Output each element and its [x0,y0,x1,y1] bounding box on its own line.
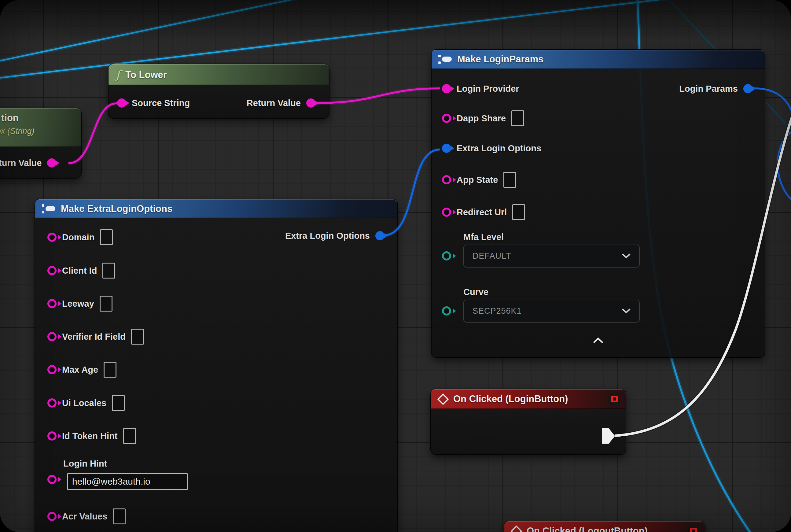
pin-label: Max Age [62,365,98,375]
chevron-down-icon [622,253,631,259]
pin-label: Id Token Hint [62,431,118,441]
curve-label: Curve [463,287,488,297]
chevron-up-icon [593,337,603,343]
node-text-getter-header: tion ox (String) [0,108,81,147]
pin-label: Extra Login Options [457,144,541,153]
domain-pin[interactable] [47,233,57,242]
node-make-extra-login-options[interactable]: Make ExtraLoginOptions Extra Login Optio… [35,200,397,532]
exec-out-pin[interactable] [602,429,615,444]
extra-login-options-in-pin[interactable] [442,144,451,153]
node-text-getter[interactable]: tion ox (String) eturn Value [0,108,81,178]
acr-values-value-box[interactable] [113,509,126,524]
domain-value-box[interactable] [100,229,113,245]
leeway-value-box[interactable] [100,296,113,311]
verifier-id-field-value-box[interactable] [131,329,144,345]
node-to-lower[interactable]: ƒ To Lower Source String Return Value [109,64,329,118]
node-header: Make LoginParams [431,50,765,69]
login-hint-pin[interactable] [47,475,57,484]
wire-cyan-a [0,0,333,63]
curve-pin[interactable] [442,306,451,316]
bound-event-icon [609,393,620,405]
app-state-value-box[interactable] [503,172,516,188]
node-header: On Clicked (LogoutButton) [504,521,705,532]
bound-event-icon [688,525,699,532]
pin-label: Ui Locales [62,398,107,408]
pin-label: Acr Values [62,512,107,521]
acr-values-pin[interactable] [47,512,57,521]
verifier-id-field-pin[interactable] [47,332,57,341]
wire-cyan-a-glow [0,0,333,63]
curve-dropdown[interactable]: SECP256K1 [463,300,640,323]
pin-label: Login Provider [457,84,519,94]
return-value-pin[interactable] [306,98,315,108]
node-header: Make ExtraLoginOptions [35,200,397,218]
mfa-level-pin[interactable] [442,251,451,261]
node-title: On Clicked (LoginButton) [453,394,568,404]
collapse-node-button[interactable] [431,334,765,347]
node-make-login-params[interactable]: Make LoginParams Login Params Login Prov… [431,50,765,357]
node-to-lower-header: ƒ To Lower [109,64,329,85]
login-hint-input[interactable] [67,473,188,490]
node-on-clicked-logout-button[interactable]: On Clicked (LogoutButton) [504,521,705,532]
pin-label: Client Id [62,266,97,276]
login-provider-pin[interactable] [442,84,451,93]
dapp-share-value-box[interactable] [512,110,524,126]
source-string-pin[interactable] [117,98,126,108]
id-token-hint-pin[interactable] [47,432,57,441]
max-age-pin[interactable] [47,365,57,374]
node-title: On Clicked (LogoutButton) [527,526,648,532]
make-struct-icon [438,54,452,65]
node-header: On Clicked (LoginButton) [431,389,626,409]
curve-value: SECP256K1 [472,306,522,316]
pin-label: Leeway [62,299,94,309]
pin-label: Return Value [247,98,301,108]
pin-label: Extra Login Options [285,231,370,241]
node-title: tion [1,113,19,124]
ui-locales-pin[interactable] [47,398,57,407]
event-diamond-icon [510,525,522,532]
mfa-level-value: DEFAULT [472,251,512,261]
mfa-level-dropdown[interactable]: DEFAULT [463,245,640,268]
id-token-hint-value-box[interactable] [123,428,136,444]
max-age-value-box[interactable] [103,362,116,378]
login-hint-label: Login Hint [63,459,107,469]
pin-label: Redirect Url [457,207,507,217]
mfa-level-label: Mfa Level [463,232,504,242]
pin-label: Domain [62,232,94,243]
chevron-down-icon [622,308,631,314]
client-id-pin[interactable] [47,266,57,275]
pin-label: App State [457,175,498,185]
event-diamond-icon [437,393,449,405]
redirect-url-pin[interactable] [442,208,451,217]
extra-login-options-out-pin[interactable] [375,231,385,240]
leeway-pin[interactable] [47,299,57,308]
pin-label: Verifier Id Field [62,332,126,342]
login-params-out-pin[interactable] [743,84,752,93]
function-icon: ƒ [116,69,120,81]
pin-label: Dapp Share [457,113,506,124]
node-title: Make LoginParams [457,54,544,65]
client-id-value-box[interactable] [102,263,115,279]
return-value-pin[interactable] [47,158,56,168]
redirect-url-value-box[interactable] [512,204,525,220]
pin-label: eturn Value [0,158,42,168]
node-subtitle: ox (String) [0,127,35,136]
pin-label: Source String [132,98,190,108]
app-state-pin[interactable] [442,175,451,184]
node-title: To Lower [125,70,167,80]
node-title: Make ExtraLoginOptions [61,203,172,214]
blueprint-canvas[interactable]: tion ox (String) eturn Value ƒ To Lower … [0,0,791,532]
node-on-clicked-login-button[interactable]: On Clicked (LoginButton) [431,389,626,454]
make-struct-icon [42,203,56,214]
ui-locales-value-box[interactable] [112,395,125,411]
dapp-share-pin[interactable] [442,114,451,123]
pin-label: Login Params [679,84,738,94]
